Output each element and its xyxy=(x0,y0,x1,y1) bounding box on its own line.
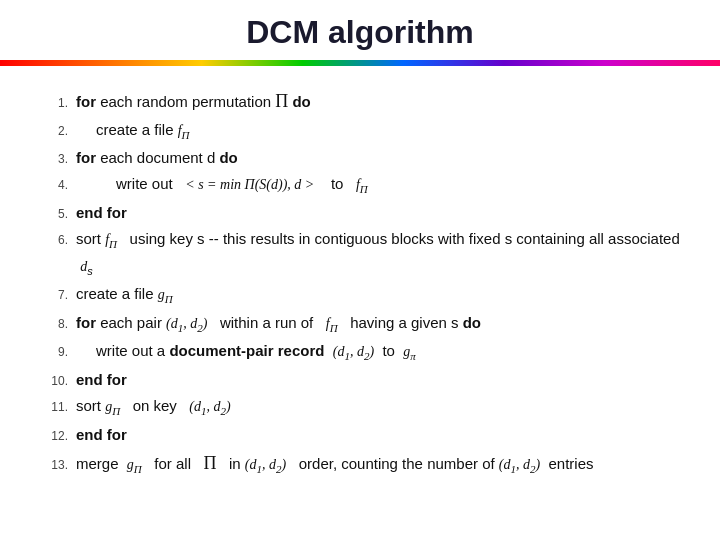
line-number: 4. xyxy=(40,176,76,195)
line-number: 5. xyxy=(40,205,76,224)
line-number: 11. xyxy=(40,398,76,417)
math-expr: (d1, d2) xyxy=(499,457,540,472)
line-number: 2. xyxy=(40,122,76,141)
rainbow-bar xyxy=(0,60,720,66)
list-item: 6. sort fΠ using key s -- this results i… xyxy=(40,227,680,280)
keyword: for xyxy=(76,314,96,331)
content-area: 1. for each random permutation Π do 2. c… xyxy=(0,71,720,490)
list-item: 8. for each pair (d1, d2) within a run o… xyxy=(40,311,680,338)
line-content: for each document d do xyxy=(76,146,238,170)
line-number: 12. xyxy=(40,427,76,446)
math-expr: (d1, d2) xyxy=(245,457,286,472)
keyword: end for xyxy=(76,371,127,388)
list-item: 9. write out a document-pair record (d1,… xyxy=(40,339,680,366)
list-item: 3. for each document d do xyxy=(40,146,680,170)
pi-symbol: Π xyxy=(275,91,288,111)
line-content: create a file gΠ xyxy=(76,282,173,309)
line-number: 3. xyxy=(40,150,76,169)
line-content: end for xyxy=(76,368,127,392)
line-number: 8. xyxy=(40,315,76,334)
pi-symbol: Π xyxy=(204,453,217,473)
list-item: 11. sort gΠ on key (d1, d2) xyxy=(40,394,680,421)
math-expr: (d1, d2) xyxy=(189,399,230,414)
line-content: for each pair (d1, d2) within a run of f… xyxy=(76,311,481,338)
math-expr: g xyxy=(127,457,134,472)
keyword: end for xyxy=(76,204,127,221)
keyword-do: do xyxy=(292,93,310,110)
list-item: 7. create a file gΠ xyxy=(40,282,680,309)
keyword-do: do xyxy=(463,314,481,331)
math-expr: (d1, d2) xyxy=(333,344,374,359)
list-item: 12. end for xyxy=(40,423,680,447)
line-content: for each random permutation Π do xyxy=(76,87,311,116)
line-content: write out a document-pair record (d1, d2… xyxy=(96,339,416,366)
line-content: write out < s = min Π(S(d)), d > to fΠ xyxy=(116,172,368,199)
list-item: 5. end for xyxy=(40,201,680,225)
math-expr: g xyxy=(158,287,165,302)
algorithm-list: 1. for each random permutation Π do 2. c… xyxy=(40,87,680,478)
line-number: 1. xyxy=(40,94,76,113)
list-item: 4. write out < s = min Π(S(d)), d > to f… xyxy=(40,172,680,199)
line-number: 6. xyxy=(40,231,76,250)
line-content: sort fΠ using key s -- this results in c… xyxy=(76,227,680,280)
line-content: end for xyxy=(76,423,127,447)
slide-title: DCM algorithm xyxy=(0,0,720,61)
line-content: merge gΠ for all Π in (d1, d2) order, co… xyxy=(76,449,594,479)
line-number: 7. xyxy=(40,286,76,305)
line-number: 10. xyxy=(40,372,76,391)
bold-keyword: end for xyxy=(76,426,127,443)
line-content: sort gΠ on key (d1, d2) xyxy=(76,394,231,421)
list-item: 1. for each random permutation Π do xyxy=(40,87,680,116)
list-item: 2. create a file fΠ xyxy=(40,118,680,145)
keyword-do: do xyxy=(219,149,237,166)
bold-text: document-pair record xyxy=(169,342,324,359)
line-number: 13. xyxy=(40,456,76,475)
slide: DCM algorithm 1. for each random permuta… xyxy=(0,0,720,540)
keyword: for xyxy=(76,93,96,110)
subscript: Π xyxy=(360,183,368,195)
subscript: Π xyxy=(182,129,190,141)
math-expr: (d1, d2) xyxy=(166,316,207,331)
list-item: 13. merge gΠ for all Π in (d1, d2) order… xyxy=(40,449,680,479)
line-number: 9. xyxy=(40,343,76,362)
line-content: end for xyxy=(76,201,127,225)
math-expr: < s = min Π(S(d)), d > xyxy=(185,177,314,192)
list-item: 10. end for xyxy=(40,368,680,392)
keyword: for xyxy=(76,149,96,166)
line-content: create a file fΠ xyxy=(96,118,190,145)
